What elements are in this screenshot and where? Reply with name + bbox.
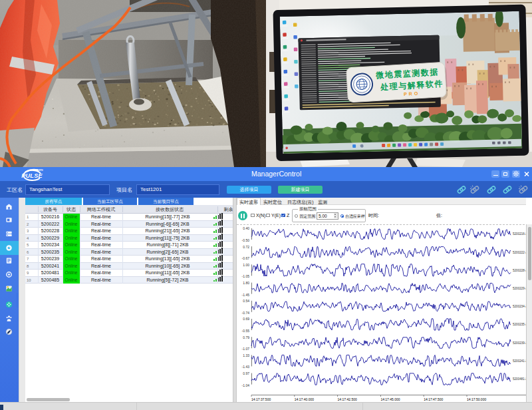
- svg-text:0.69: 0.69: [243, 317, 249, 321]
- svg-text:PRO: PRO: [404, 91, 420, 97]
- svg-text:5200216-Z: 5200216-Z: [513, 232, 526, 236]
- svg-text:1.80: 1.80: [243, 281, 249, 285]
- svg-text:-1.45: -1.45: [242, 293, 250, 297]
- svg-text:14:17:47.500: 14:17:47.500: [424, 397, 443, 401]
- svg-text:-1.07: -1.07: [242, 347, 250, 351]
- svg-text:5200481-Z: 5200481-Z: [513, 377, 526, 381]
- svg-text:14:17:50.000: 14:17:50.000: [467, 397, 486, 401]
- svg-text:-1.43: -1.43: [242, 365, 250, 369]
- svg-text:5200234-Z: 5200234-Z: [513, 305, 526, 308]
- svg-text:5200235-Z: 5200235-Z: [513, 323, 526, 326]
- svg-text:-1.05: -1.05: [242, 274, 250, 278]
- svg-text:-1.04: -1.04: [242, 383, 250, 387]
- svg-text:1.00: 1.00: [243, 263, 249, 267]
- svg-text:14:17:45.000: 14:17:45.000: [380, 397, 400, 401]
- svg-text:0.79: 0.79: [243, 335, 249, 339]
- svg-text:14:17:37.500: 14:17:37.500: [251, 397, 271, 401]
- svg-text:0.72: 0.72: [243, 245, 249, 249]
- svg-text:-0.50: -0.50: [242, 238, 250, 242]
- svg-text:1.33: 1.33: [243, 353, 249, 357]
- svg-text:14:17:40.000: 14:17:40.000: [295, 397, 314, 401]
- svg-text:-0.55: -0.55: [242, 329, 250, 333]
- svg-text:5200229-Z: 5200229-Z: [513, 287, 526, 290]
- svg-text:5200239-Z: 5200239-Z: [513, 341, 526, 345]
- svg-text:0.97: 0.97: [243, 371, 249, 375]
- svg-text:EARTH: EARTH: [37, 169, 43, 172]
- svg-text:0.54: 0.54: [243, 299, 249, 303]
- svg-text:0.40: 0.40: [243, 226, 249, 230]
- svg-text:5200228-Z: 5200228-Z: [513, 269, 526, 272]
- svg-text:14:17:42.500: 14:17:42.500: [338, 397, 357, 401]
- svg-text:5200222-Z: 5200222-Z: [513, 251, 526, 254]
- svg-text:-0.67: -0.67: [242, 256, 250, 260]
- svg-text:5200241-Z: 5200241-Z: [513, 359, 526, 363]
- svg-text:-0.74: -0.74: [242, 311, 250, 315]
